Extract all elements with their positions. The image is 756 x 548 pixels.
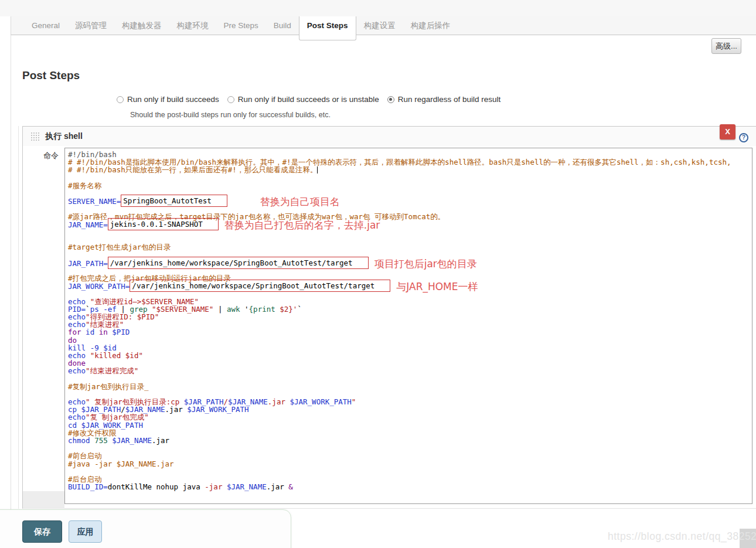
page-title: Post Steps xyxy=(22,69,80,82)
code-line: cd $JAR_WORK_PATH xyxy=(68,421,752,429)
code-line: echo"复 制jar包完成" xyxy=(68,413,752,421)
code-line: #复制jar包到执行目录_ xyxy=(68,383,752,390)
advanced-button[interactable]: 高级... xyxy=(711,38,741,54)
code-line: for id in $PID xyxy=(68,328,752,336)
form-indent-line xyxy=(18,126,19,509)
code-line: chmod 755 $JAR_NAME.jar xyxy=(68,437,752,444)
code-line: # #!/bin/bash只能放在第一行，如果后面还有#!，那么只能看成是注释。 xyxy=(68,166,752,173)
code-line: JAR_NAME=jekins-0.0.1-SNAPSHOT替换为自己打包后的名… xyxy=(68,220,752,228)
apply-button[interactable]: 应用 xyxy=(69,520,102,543)
code-line: done xyxy=(68,359,752,367)
radio-label: Run regardless of build result xyxy=(398,95,501,104)
tab-build-triggers[interactable]: 构建触发器 xyxy=(114,16,169,35)
code-line xyxy=(68,375,752,382)
code-line: do xyxy=(68,336,752,344)
tab-general[interactable]: General xyxy=(24,16,67,35)
code-line: echo "killed $id" xyxy=(68,352,752,359)
help-question-icon[interactable]: ? xyxy=(739,133,748,142)
code-line: cp $JAR_PATH/$JAR_NAME.jar $JAR_WORK_PAT… xyxy=(68,406,752,413)
code-line: JAR_PATH=/var/jenkins_home/workspace/Spr… xyxy=(68,259,752,267)
tab-build-settings[interactable]: 构建设置 xyxy=(356,16,403,35)
code-line: BUILD_ID=dontKillMe nohup java -jar $JAR… xyxy=(68,483,752,491)
code-line: kill -9 $id xyxy=(68,344,752,352)
save-button[interactable]: 保存 xyxy=(22,520,62,543)
radio-option-run-only-if-build-succeeds[interactable]: Run only if build succeeds xyxy=(117,95,219,104)
tab-pre-steps[interactable]: Pre Steps xyxy=(216,16,266,35)
code-line: PID=`ps -ef | grep "$SERVER_NAME" | awk … xyxy=(68,305,752,313)
code-line xyxy=(68,468,752,475)
radio-label: Run only if build succeeds xyxy=(127,95,219,104)
tab-build[interactable]: Build xyxy=(266,16,299,35)
code-line xyxy=(68,174,752,182)
radio-option-run-regardless-of-build-result[interactable]: Run regardless of build result xyxy=(387,95,501,104)
code-line: echo"结束进程完成" xyxy=(68,367,752,375)
code-line: echo"得到进程ID: $PID" xyxy=(68,313,752,321)
delete-step-button[interactable]: X xyxy=(720,124,735,139)
tab-build-environment[interactable]: 构建环境 xyxy=(169,16,216,35)
code-line: JAR_WORK_PATH=/var/jenkins_home/workspac… xyxy=(68,282,752,290)
tab-scm[interactable]: 源码管理 xyxy=(67,16,114,35)
shell-script-textarea[interactable]: #!/bin/bash# #!/bin/bash是指此脚本使用/bin/bash… xyxy=(64,148,752,504)
post-build-help-text: Should the post-build steps run only for… xyxy=(130,111,331,119)
execute-shell-title: 执行 shell xyxy=(45,131,83,142)
code-line: #target打包生成jar包的目录 xyxy=(68,243,752,251)
tab-post-steps[interactable]: Post Steps xyxy=(299,16,356,40)
content-left-border xyxy=(11,35,11,548)
drag-handle-icon[interactable] xyxy=(30,132,39,141)
radio-icon[interactable] xyxy=(227,96,234,103)
code-line xyxy=(68,444,752,452)
radio-selected-icon[interactable] xyxy=(387,96,394,103)
code-line: echo"结束进程" xyxy=(68,321,752,328)
jenkins-job-config-page: General源码管理构建触发器构建环境Pre StepsBuildPost S… xyxy=(0,0,756,548)
code-line: #服务名称 xyxy=(68,182,752,189)
code-line: #修改文件权限 xyxy=(68,429,752,437)
execute-shell-header: 执行 shell xyxy=(23,127,756,146)
tab-bar: General源码管理构建触发器构建环境Pre StepsBuildPost S… xyxy=(11,16,756,35)
post-build-options: Run only if build succeedsRun only if bu… xyxy=(117,95,509,104)
csdn-watermark: https://blog.csdn.net/qq_38252039 xyxy=(608,530,756,543)
gutter-shade xyxy=(23,491,64,509)
radio-label: Run only if build succeeds or is unstabl… xyxy=(238,95,379,104)
radio-icon[interactable] xyxy=(117,96,124,103)
top-strip xyxy=(0,0,756,16)
radio-option-run-only-if-build-succeeds-or-unstable[interactable]: Run only if build succeeds or is unstabl… xyxy=(227,95,379,104)
command-label: 命令 xyxy=(22,151,59,161)
tab-post-build-actions[interactable]: 构建后操作 xyxy=(403,16,458,35)
code-line: #java -jar $JAR_NAME.jar xyxy=(68,460,752,468)
code-line: SERVER_NAME=SpringBoot_AutotTest替换为自己项目名 xyxy=(68,197,752,205)
